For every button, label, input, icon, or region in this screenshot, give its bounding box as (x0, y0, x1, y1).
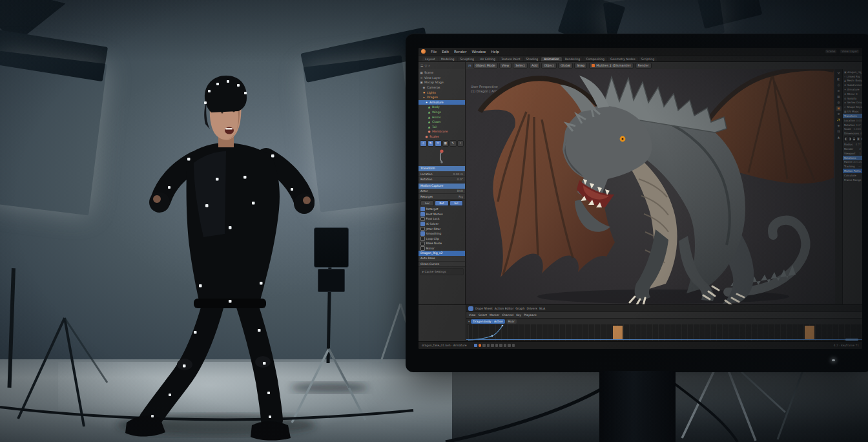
viewport-menu[interactable]: Object (541, 63, 557, 68)
workspace-tab[interactable]: Texture Paint (499, 57, 523, 61)
properties-row[interactable]: Viewport1 (843, 151, 862, 156)
workspace-tab[interactable]: Geometry Nodes (608, 57, 638, 61)
viewport-menu[interactable]: Select (513, 63, 528, 68)
topbar-menu-item[interactable]: Help (490, 50, 501, 54)
outliner-item[interactable]: ≡ View Layer (418, 76, 465, 81)
workspace-tab[interactable]: Layout (422, 57, 438, 61)
mocap-toggle[interactable]: Loc (420, 200, 434, 206)
topbar-menu-item[interactable]: Window (470, 50, 487, 54)
workspace-tab[interactable]: Scripting (639, 57, 657, 61)
status-icon[interactable] (508, 344, 511, 347)
mocap-panel-header[interactable]: Motion Capture (418, 184, 465, 189)
topbar-menu-item[interactable]: Render (453, 50, 468, 54)
tool-button[interactable]: ⌖ (457, 140, 464, 147)
properties-row[interactable]: ▦UV Maps (843, 109, 862, 114)
properties-row[interactable]: Tracking— (843, 164, 862, 169)
status-icon[interactable] (482, 344, 486, 347)
viewport-menu[interactable]: Add (529, 63, 540, 68)
properties-mini-button[interactable]: ▦ (861, 136, 862, 142)
properties-row[interactable]: Calculate (843, 173, 862, 178)
collapsed-panel-row[interactable]: ▸ Cache Settings (420, 268, 464, 275)
outliner-item[interactable]: ● Scales (418, 134, 465, 140)
status-icon[interactable] (499, 344, 502, 347)
outliner-item[interactable]: ● Membrane (418, 129, 465, 134)
selected-rig-row[interactable]: Dragon_Rig_v2 (418, 251, 465, 256)
timeline-menu[interactable]: Select (478, 313, 487, 317)
workspace-tab[interactable]: Sculpting (458, 57, 477, 61)
channel-item[interactable]: Loop Clip (418, 236, 465, 241)
properties-row[interactable]: Radius4.7° (843, 142, 862, 147)
channel-item[interactable]: Foot Lock (418, 216, 465, 222)
properties-row[interactable]: Render2 (843, 147, 862, 151)
properties-tab-icon[interactable]: ✨ (836, 118, 842, 123)
topbar-menu-item[interactable]: Edit (440, 50, 450, 54)
properties-row[interactable]: ParentArmature (843, 160, 862, 165)
viewport-menu[interactable]: Object Mode (473, 63, 498, 68)
channel-item[interactable]: Retarget (418, 207, 465, 212)
channel-item[interactable]: Jitter Filter (418, 226, 465, 231)
topbar-menu-item[interactable]: File (429, 50, 438, 54)
render-toggle[interactable]: Render (636, 63, 652, 68)
transform-panel-header[interactable]: Transform (418, 166, 465, 171)
properties-row[interactable]: ⌁Linked Rig (843, 74, 862, 79)
timeline-menu[interactable]: View (469, 313, 475, 317)
status-icon[interactable] (512, 344, 515, 347)
properties-tab-icon[interactable]: ≣ (836, 89, 842, 94)
properties-tab-icon[interactable]: ▦ (836, 94, 842, 100)
properties-tab-icon[interactable]: ⚙ (836, 112, 842, 117)
timeline-scrubber[interactable] (845, 339, 858, 341)
timeline-menu[interactable]: Key (516, 313, 521, 317)
properties-tab-icon[interactable]: ◧ (836, 77, 842, 82)
disclosure-icon[interactable]: ▾ (468, 320, 470, 323)
status-icon[interactable] (487, 344, 490, 347)
viewport-menu[interactable]: Global (558, 63, 573, 68)
workspace-tab[interactable]: UV Editing (477, 57, 498, 61)
tool-button[interactable]: ⤧ (435, 140, 442, 147)
properties-transform-header[interactable]: Transform (843, 114, 862, 118)
editor-type-icon[interactable]: ◳ (468, 64, 471, 67)
outliner-item[interactable]: ▲ Wings (418, 110, 465, 115)
outliner-item[interactable]: ✹ Lights (418, 90, 465, 95)
timeline-menu[interactable]: Marker (490, 313, 499, 317)
status-icon[interactable] (495, 344, 499, 347)
outliner-item[interactable]: ▲ Body (418, 105, 465, 110)
tool-button[interactable]: ▦ (442, 140, 450, 147)
properties-row[interactable]: ◇Shape Keys (843, 105, 862, 109)
workspace-tab[interactable]: Animation (541, 57, 561, 61)
viewport-menu[interactable]: Snap (574, 63, 587, 68)
properties-row[interactable]: Rotation4.0° (843, 123, 862, 127)
timeline-graph-area[interactable] (466, 324, 862, 342)
properties-mini-button[interactable]: ◧ (844, 136, 847, 142)
properties-tab-icon[interactable]: ⎙ (836, 83, 842, 88)
keyframe-marker[interactable] (805, 326, 814, 339)
extra-row[interactable]: Auto Bake (418, 256, 465, 261)
workspace-tab[interactable]: Rendering (563, 57, 583, 61)
properties-row[interactable]: Scale1.000 (843, 127, 862, 132)
status-icon[interactable] (504, 344, 507, 347)
timeline-tab[interactable]: Dope Sheet (475, 307, 493, 310)
viewport-3d[interactable]: User Perspective(1) Dragon | Armature.00… (466, 69, 835, 304)
timeline-editor-icon[interactable] (468, 306, 473, 311)
properties-row[interactable]: ⚙Mirror X (843, 92, 862, 96)
properties-row[interactable]: ⚙Solidify (843, 96, 862, 101)
mocap-toggle[interactable]: Scl (450, 200, 463, 206)
status-icon[interactable] (479, 344, 482, 347)
channel-item[interactable]: Bake Noise (418, 241, 465, 246)
blender-logo-icon[interactable] (421, 49, 426, 54)
outliner-item[interactable]: ▣ Mocap Stage (418, 80, 465, 85)
properties-relations-header[interactable]: Relations (843, 156, 862, 160)
outliner-item[interactable]: ▸ Dragon (418, 95, 465, 100)
properties-tab-icon[interactable]: ◈ (836, 123, 842, 129)
mocap-row[interactable]: RetargetRig (418, 194, 465, 199)
timeline-tab[interactable]: Graph (515, 307, 524, 310)
properties-row[interactable]: ✦Armature (843, 87, 862, 92)
dragon-model[interactable] (470, 69, 835, 304)
transform-row[interactable]: Rotation0.0° (418, 177, 465, 182)
properties-tab-icon[interactable]: ▲ (836, 135, 842, 140)
properties-row[interactable]: ▣dragon_rig_v2 (843, 70, 862, 74)
extra-row[interactable]: Clean Curves (418, 262, 465, 267)
view-layer-selector[interactable]: View Layer (840, 49, 860, 54)
outliner-item[interactable]: ✦ Armature (418, 100, 465, 105)
properties-row[interactable]: ≡Vertex Groups (843, 101, 862, 105)
properties-row[interactable]: ⚙Subdivision (843, 83, 862, 87)
